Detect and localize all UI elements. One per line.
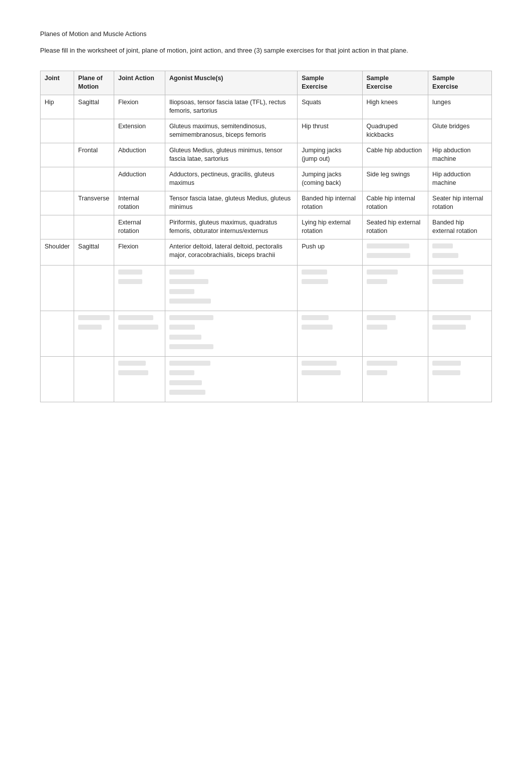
col-header-muscles: Agonist Muscle(s) — [165, 71, 297, 95]
col-header-plane: Plane ofMotion — [74, 71, 114, 95]
table-row — [41, 311, 492, 356]
page-description: Please fill in the worksheet of joint, p… — [40, 46, 492, 56]
page-title: Planes of Motion and Muscle Actions — [40, 30, 492, 38]
main-table: Joint Plane ofMotion Joint Action Agonis… — [40, 71, 492, 402]
table-row: FrontalAbductionGluteus Medius, gluteus … — [41, 143, 492, 167]
table-row: ShoulderSagittalFlexionAnterior deltoid,… — [41, 239, 492, 265]
table-row: AdductionAdductors, pectineus, gracilis,… — [41, 167, 492, 191]
col-header-ex3: SampleExercise — [428, 71, 492, 95]
table-row: TransverseInternal rotationTensor fascia… — [41, 191, 492, 215]
col-header-joint: Joint — [41, 71, 74, 95]
table-row — [41, 356, 492, 402]
col-header-action: Joint Action — [114, 71, 165, 95]
col-header-ex2: SampleExercise — [362, 71, 428, 95]
table-row: External rotationPiriformis, gluteus max… — [41, 215, 492, 239]
col-header-ex1: SampleExercise — [298, 71, 362, 95]
table-row: HipSagittalFlexionIliopsoas, tensor fasc… — [41, 95, 492, 119]
table-row: ExtensionGluteus maximus, semitendinosus… — [41, 119, 492, 143]
table-row — [41, 265, 492, 311]
